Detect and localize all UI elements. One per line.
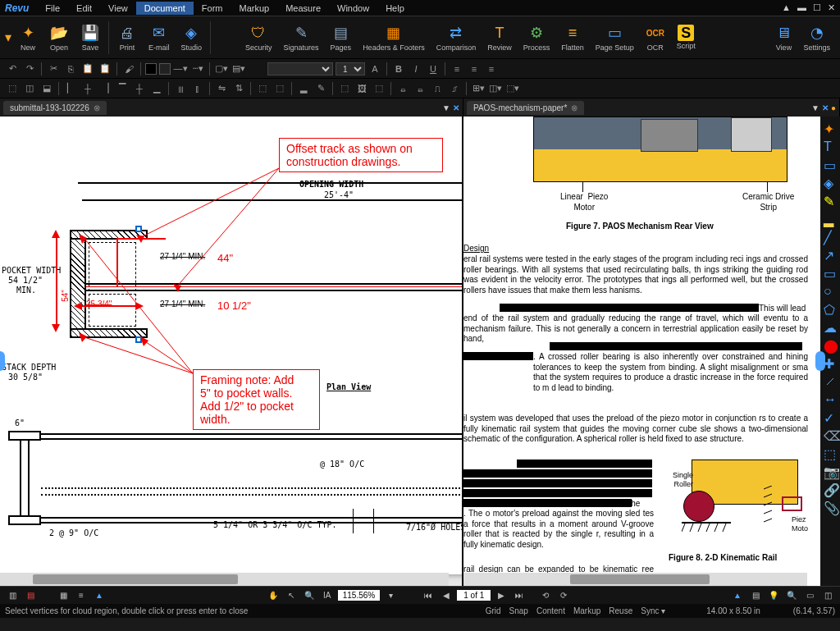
image-icon[interactable]: 🖼	[354, 81, 369, 96]
align-tool-2[interactable]: ◫	[22, 81, 37, 96]
next-view-icon[interactable]: ⟳	[556, 588, 571, 603]
redo-icon[interactable]: ↷	[22, 62, 37, 76]
align-center-v-icon[interactable]: ┼	[132, 81, 147, 96]
ribbon-security[interactable]: 🛡Security	[240, 21, 277, 53]
ribbon-dropdown-arrow[interactable]: ▾	[5, 30, 11, 45]
split-unsplit-icon[interactable]: ▥	[5, 588, 20, 603]
menu-edit[interactable]: Edit	[68, 2, 100, 15]
clipboard-icon[interactable]: 📋	[98, 62, 112, 76]
distribute-h-icon[interactable]: ⫼	[173, 81, 188, 96]
markup-44[interactable]: 44"	[217, 252, 233, 264]
ribbon-page-setup[interactable]: ▭Page Setup	[591, 21, 639, 53]
tab-dropdown-icon[interactable]: ▼	[811, 103, 819, 112]
tab-submittal[interactable]: submittal-193-102226 ⊗	[3, 101, 107, 115]
hatch-dropdown[interactable]: ▤▾	[231, 62, 246, 76]
distribute-v-icon[interactable]: ⫿	[190, 81, 205, 96]
callout-tool-icon[interactable]: ◈	[824, 176, 837, 189]
ribbon-email[interactable]: ✉E-mail	[144, 21, 175, 53]
window-maximize-icon[interactable]: ☐	[813, 2, 821, 13]
split-h-icon[interactable]: ▤	[23, 588, 38, 603]
rectangle-tool-icon[interactable]: ▭	[824, 266, 837, 279]
pen-tool-icon[interactable]: ✎	[824, 194, 837, 207]
status-reuse[interactable]: Reuse	[609, 606, 632, 615]
copy-icon[interactable]: ⎘	[63, 62, 78, 76]
ribbon-new[interactable]: ✦New	[13, 21, 43, 53]
line-tool-icon[interactable]: ╱	[824, 230, 837, 243]
ribbon-save[interactable]: 💾Save	[75, 21, 105, 53]
eraser-tool-icon[interactable]: ⌫	[824, 428, 837, 441]
ribbon-print[interactable]: 🖨Print	[112, 21, 142, 53]
window-up-icon[interactable]: ▲	[782, 2, 791, 13]
polygon-tool-icon[interactable]: ⬠	[824, 302, 837, 315]
menu-document[interactable]: Document	[136, 2, 194, 15]
right-scrollbar[interactable]	[463, 573, 807, 586]
line-weight-dropdown[interactable]: —▾	[173, 62, 188, 76]
group-icon[interactable]: ⬚	[255, 81, 270, 96]
ribbon-view[interactable]: 🖥View	[769, 21, 798, 53]
tab-close-icon[interactable]: ⊗	[571, 103, 578, 112]
markups-list-icon[interactable]: ▤	[748, 588, 763, 603]
format-painter-icon[interactable]: 🖌	[121, 62, 136, 76]
polyline-tool-icon[interactable]: ⟋	[824, 374, 837, 387]
ribbon-comparison[interactable]: ⇄Comparison	[431, 21, 482, 53]
status-markup[interactable]: Markup	[573, 606, 600, 615]
last-page-icon[interactable]: ⏭	[512, 588, 527, 603]
fill-opacity-dropdown[interactable]: ▢▾	[214, 62, 229, 76]
line-style-dropdown[interactable]: ┄▾	[190, 62, 205, 76]
electrical-icon-3[interactable]: ⎍	[430, 81, 445, 96]
tab-dropdown-icon[interactable]: ▼	[442, 103, 450, 112]
capture-dropdown[interactable]: ⬚▾	[505, 81, 520, 96]
electrical-icon-2[interactable]: ⏛	[413, 81, 427, 96]
select-tool-icon[interactable]: ↖	[284, 588, 299, 603]
ribbon-process[interactable]: ⚙Process	[518, 21, 555, 53]
underline-icon[interactable]: U	[426, 62, 441, 76]
hyperlink-tool-icon[interactable]: 🔗	[824, 482, 837, 496]
ribbon-review[interactable]: TReview	[482, 21, 517, 53]
tab-close-icon[interactable]: ⊗	[94, 103, 100, 112]
markup-25-34[interactable]: 25 3/4"	[86, 299, 112, 309]
status-content[interactable]: Content	[536, 606, 565, 615]
properties-icon[interactable]: ▭	[802, 588, 817, 603]
image-tool-icon[interactable]: ✚	[824, 356, 837, 369]
arrow-tool-icon[interactable]: ↗	[824, 248, 837, 261]
align-left-edges-icon[interactable]: ▏	[63, 81, 78, 96]
paste-icon[interactable]: 📋	[80, 62, 95, 76]
right-panel-handle[interactable]	[815, 351, 825, 371]
align-center-h-icon[interactable]: ┼	[80, 81, 95, 96]
ribbon-settings[interactable]: ◔Settings	[798, 21, 835, 53]
ellipse-tool-icon[interactable]: ○	[824, 284, 837, 297]
ungroup-icon[interactable]: ⬚	[272, 81, 287, 96]
align-left-icon[interactable]: ≡	[450, 62, 464, 76]
menu-measure[interactable]: Measure	[277, 2, 329, 15]
attach-tool-icon[interactable]: 📎	[824, 501, 837, 514]
layers-icon[interactable]: ◫	[820, 588, 835, 603]
stamp-tool-icon[interactable]: ⬤	[824, 338, 837, 351]
markup-10-5[interactable]: 10 1/2"	[217, 299, 251, 312]
selection-handle[interactable]	[135, 226, 142, 232]
zoom-tool-icon[interactable]: 🔍	[302, 588, 317, 603]
flip-h-icon[interactable]: ⇋	[214, 81, 229, 96]
tab-paos[interactable]: PAOS-mechanism-paper* ⊗	[467, 101, 584, 115]
ribbon-studio[interactable]: ◈Studio	[176, 21, 208, 53]
status-sync[interactable]: Sync ▾	[641, 606, 665, 615]
thumbnails-icon[interactable]: ▦	[56, 588, 71, 603]
menu-window[interactable]: Window	[329, 2, 377, 15]
page-indicator[interactable]: 1 of 1	[457, 590, 491, 601]
tab-close-pane-icon[interactable]: ✕	[822, 103, 829, 112]
ribbon-headers-footers[interactable]: ▦Headers & Footers	[358, 21, 430, 53]
stamp-icon[interactable]: ⬚	[337, 81, 352, 96]
font-size-dropdown[interactable]: 12	[336, 62, 365, 75]
list-icon[interactable]: ≡	[74, 588, 89, 603]
ribbon-pages[interactable]: ▤Pages	[326, 21, 357, 53]
markup-callout-offset-track[interactable]: Offset track as shown on construction dr…	[279, 138, 443, 172]
search-panel-icon[interactable]: 🔍	[784, 588, 799, 603]
left-panel-handle[interactable]	[0, 351, 5, 371]
electrical-icon-1[interactable]: ⏛	[395, 81, 410, 96]
align-bottom-edges-icon[interactable]: ▁	[149, 81, 164, 96]
measure-dropdown[interactable]: ◫▾	[488, 81, 503, 96]
next-page-icon[interactable]: ▶	[494, 588, 509, 603]
window-close-icon[interactable]: ✕	[828, 2, 835, 13]
menu-help[interactable]: Help	[377, 2, 413, 15]
left-document-pane[interactable]: OPENING WIDTH 25'-4" POCKET WIDTH 54 1/2…	[0, 117, 463, 586]
font-dropdown[interactable]	[267, 62, 333, 75]
